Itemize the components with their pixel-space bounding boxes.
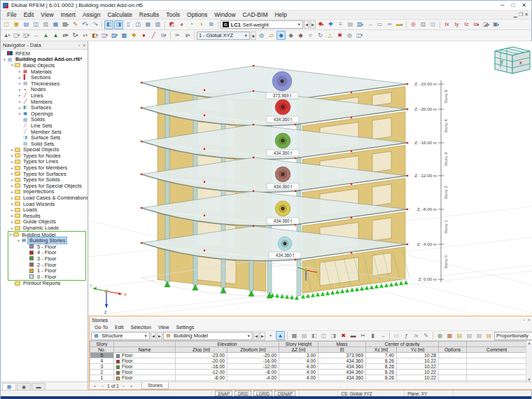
minimize-button[interactable]: ─ <box>500 2 505 8</box>
expand-arrow-icon[interactable]: ▸ <box>10 208 15 212</box>
cell-dz[interactable]: 4.00 <box>279 381 318 382</box>
tree-item-basic-objects[interactable]: ▾Basic Objects <box>1 62 88 69</box>
menu-item-options[interactable]: Options <box>183 10 211 19</box>
cut-row-icon[interactable]: ✂ <box>358 331 368 340</box>
expand-arrow-icon[interactable]: ▸ <box>10 172 15 176</box>
views-navigator-tab[interactable]: ▬ <box>31 383 46 390</box>
story-row-1[interactable]: 1Floor-8.00-4.004.00434.3608.2610.22 <box>90 375 527 381</box>
menu-item-calculate[interactable]: Calculate <box>104 10 135 19</box>
cell-options[interactable] <box>439 364 467 370</box>
expand-arrow-icon[interactable]: ▸ <box>10 214 15 218</box>
pan-icon[interactable]: ↔ <box>31 31 41 40</box>
cell-options[interactable] <box>439 381 467 382</box>
lock-columns-icon[interactable]: ▤ <box>300 331 309 340</box>
stairs-icon[interactable]: ▤ <box>346 20 355 29</box>
rotate-plane-icon[interactable]: ↻ <box>316 31 325 40</box>
tree-item-4-floor[interactable]: 4 - Floor <box>8 250 85 256</box>
tree-item-building-model-add-on-rf6-[interactable]: ▾▧Building model Add-on.rf6* <box>1 57 88 63</box>
cell-story-no[interactable]: 4 <box>90 358 114 364</box>
load-case-prev-button[interactable]: ◀ <box>304 20 309 29</box>
toggle-snap[interactable]: SNAP <box>215 391 232 396</box>
navigator-title-bar[interactable]: Navigator - Data ▫ × <box>1 41 88 50</box>
menu-item-results[interactable]: Results <box>136 10 162 19</box>
cell-ztop[interactable]: -12.00 <box>176 370 227 375</box>
expand-arrow-icon[interactable]: ▸ <box>10 220 15 224</box>
toggle-osnap[interactable]: OSNAP <box>274 391 295 396</box>
tree-item-1-floor[interactable]: 1 - Floor <box>8 267 85 274</box>
dim-y-icon[interactable]: Iy <box>452 20 461 29</box>
partial-view-icon[interactable]: ◑ <box>197 20 206 29</box>
warning-icon[interactable]: △ <box>326 31 335 40</box>
work-plane-icon[interactable]: ◍ <box>257 31 266 40</box>
expand-arrow-icon[interactable]: ▸ <box>18 106 22 110</box>
tree-item-types-for-members[interactable]: ▸Types for Members <box>1 164 88 171</box>
cell-yc[interactable]: 10.22 <box>397 364 439 370</box>
tree-item-surface-sets[interactable]: ◨Surface Sets <box>1 134 88 141</box>
dim-x-icon[interactable]: Ix <box>442 20 451 29</box>
close-button[interactable]: ✕ <box>522 2 526 8</box>
export-rows-icon[interactable]: → <box>378 331 387 340</box>
tree-item-load-wizards[interactable]: ▸Load Wizards <box>1 201 88 207</box>
stories-menu-edit[interactable]: Edit <box>111 324 127 330</box>
view-gold2-icon[interactable]: ▤ <box>484 331 493 340</box>
print-icon[interactable]: ▩▾ <box>61 20 70 29</box>
cell-yc[interactable]: 10.22 <box>397 370 439 375</box>
expand-arrow-icon[interactable]: ▾ <box>2 57 7 62</box>
mirror-icon[interactable]: ◐▾ <box>80 31 90 40</box>
filter-prev-button[interactable]: ◀ <box>150 332 156 340</box>
cell-options[interactable] <box>439 353 467 358</box>
cell-zbottom[interactable]: 0.00 <box>227 381 279 382</box>
tree-item-thicknesses[interactable]: ▸▤Thicknesses <box>1 80 88 87</box>
cell-options[interactable] <box>439 370 467 375</box>
cell-story-no[interactable]: 5 <box>90 353 114 358</box>
numbering-icon[interactable]: ⊞▾ <box>159 31 168 40</box>
plane-xy-icon[interactable]: ▱ <box>267 31 276 40</box>
tree-item-building-stories[interactable]: ▾▤Building Stories <box>8 237 85 244</box>
copy-row-icon[interactable]: ▮ <box>368 331 377 340</box>
delete-rows-icon[interactable]: ✖ <box>339 331 348 340</box>
tree-item-types-for-surfaces[interactable]: ▸Types for Surfaces <box>1 171 88 177</box>
cell-zbottom[interactable]: -4.00 <box>227 375 279 381</box>
expand-arrow-icon[interactable]: ▸ <box>10 196 15 200</box>
zoom-select-icon[interactable]: + <box>266 331 275 340</box>
load-case-next-button[interactable]: ▶ <box>310 20 316 29</box>
cell-xc[interactable]: 7.40 <box>366 353 397 358</box>
tree-item-0-floor[interactable]: 0 - Floor <box>8 274 85 280</box>
cell-name[interactable]: Floor <box>114 381 176 382</box>
work-plane-combobox[interactable]: 1 - Global XYZ ▼ <box>197 31 250 40</box>
cell-ztop[interactable]: -20.00 <box>176 358 227 364</box>
cell-ztop[interactable]: -8.00 <box>176 375 227 381</box>
menu-item-help[interactable]: Help <box>271 10 290 19</box>
model-combobox[interactable]: ▤ Building Model ▼ <box>163 332 253 340</box>
guidelines-icon[interactable]: ≈ <box>306 31 315 40</box>
scroll-up-icon[interactable]: ▲ <box>528 341 531 345</box>
data-navigator-tab[interactable]: ▦ <box>2 383 16 390</box>
tree-item-2-floor[interactable]: 2 - Floor <box>8 262 85 268</box>
prev-page-button[interactable]: ‹ <box>99 384 106 388</box>
formula-x-icon[interactable]: /x <box>412 331 421 340</box>
tree-item-nodes[interactable]: ▸•Nodes <box>1 87 88 93</box>
extrude-icon[interactable]: ◧▾ <box>90 31 99 40</box>
col-center-icon[interactable]: ◫ <box>319 331 328 340</box>
tables-toggle-icon[interactable]: ◨ <box>114 20 123 29</box>
connect-members-icon[interactable]: ▨▾ <box>110 31 119 40</box>
dim-z-icon[interactable]: Iz <box>462 20 471 29</box>
save-icon[interactable]: ▤ <box>22 20 31 29</box>
expand-arrow-icon[interactable]: ▸ <box>10 166 15 170</box>
story-row-5[interactable]: 5Floor-23.00-20.003.00373.9697.4010.28 <box>90 353 527 358</box>
cell-name[interactable]: Floor <box>114 375 176 381</box>
tree-item-loads[interactable]: ▸Loads <box>1 206 88 213</box>
expand-arrow-icon[interactable]: ▸ <box>18 99 22 104</box>
stories-menu-go-to[interactable]: Go To <box>91 324 111 330</box>
cell-mass[interactable]: 434.360 <box>318 381 366 382</box>
story-row-0[interactable]: 0Floor-4.000.004.00434.3608.2610.22 <box>90 381 527 382</box>
cell-xc[interactable]: 8.26 <box>366 375 397 381</box>
tree-item-3-floor[interactable]: 3 - Floor <box>8 255 85 262</box>
slope-icon[interactable]: ◪▾ <box>482 20 491 29</box>
expand-arrow-icon[interactable]: ▸ <box>10 178 15 182</box>
generate-loads-icon[interactable]: ✱▾ <box>316 20 326 29</box>
insert-row-icon[interactable]: ▬ <box>349 331 358 340</box>
cell-story-no[interactable]: 0 <box>90 381 114 382</box>
move-copy-icon[interactable]: ⇄▾ <box>61 31 70 40</box>
cell-story-no[interactable]: 3 <box>90 364 114 370</box>
